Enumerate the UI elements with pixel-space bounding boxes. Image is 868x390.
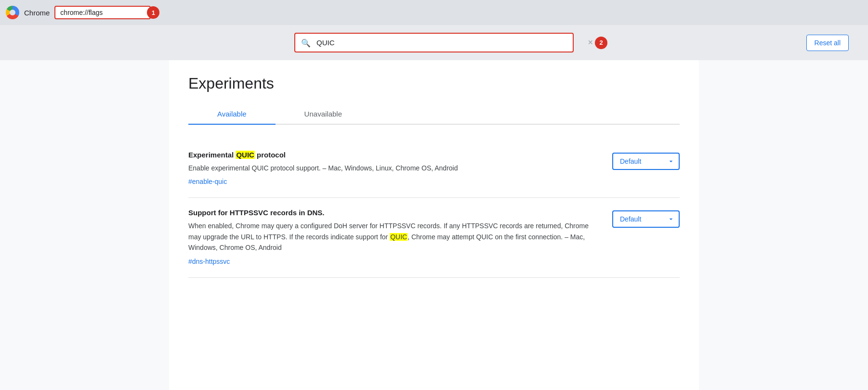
experiment-info-enable-quic: Experimental QUIC protocol Enable experi… bbox=[188, 150, 593, 186]
page-title: Experiments bbox=[188, 75, 680, 92]
browser-tab-bar: Chrome 1 bbox=[0, 0, 868, 25]
search-area: 🔍 × 2 Reset all bbox=[0, 25, 868, 60]
experiment-dropdown-enable-quic[interactable]: Default Enabled Disabled bbox=[612, 153, 680, 170]
desc-highlight: QUIC bbox=[390, 233, 408, 241]
experiment-item-dns-httpssvc: Support for HTTPSSVC records in DNS. Whe… bbox=[188, 198, 680, 277]
address-bar-wrapper: 1 bbox=[54, 6, 151, 19]
address-bar-input[interactable] bbox=[54, 6, 151, 19]
experiment-link-enable-quic[interactable]: #enable-quic bbox=[188, 178, 227, 185]
chrome-logo-icon bbox=[6, 6, 19, 19]
experiment-link-dns-httpssvc[interactable]: #dns-httpssvc bbox=[188, 258, 230, 265]
search-bar-wrapper: 🔍 × 2 bbox=[294, 33, 574, 52]
search-icon: 🔍 bbox=[301, 38, 311, 47]
reset-all-button[interactable]: Reset all bbox=[806, 35, 849, 51]
experiment-title-enable-quic: Experimental QUIC protocol bbox=[188, 150, 593, 160]
step1-badge: 1 bbox=[147, 6, 159, 19]
experiment-desc-enable-quic: Enable experimental QUIC protocol suppor… bbox=[188, 163, 593, 173]
step2-badge: 2 bbox=[595, 37, 607, 49]
page-content: 🔍 × 2 Reset all Experiments Available Un… bbox=[0, 25, 868, 390]
browser-name-label: Chrome bbox=[24, 9, 50, 17]
clear-search-button[interactable]: × bbox=[588, 38, 593, 48]
experiment-item-enable-quic: Experimental QUIC protocol Enable experi… bbox=[188, 140, 680, 198]
tabs-container: Available Unavailable bbox=[188, 104, 680, 125]
experiment-info-dns-httpssvc: Support for HTTPSSVC records in DNS. Whe… bbox=[188, 208, 593, 265]
tab-available[interactable]: Available bbox=[188, 104, 276, 124]
title-after-highlight: protocol bbox=[255, 151, 286, 159]
tab-unavailable[interactable]: Unavailable bbox=[276, 104, 371, 124]
experiment-dropdown-dns-httpssvc[interactable]: Default Enabled Disabled bbox=[612, 210, 680, 228]
main-content: Experiments Available Unavailable Experi… bbox=[169, 60, 699, 390]
experiment-title-dns-httpssvc: Support for HTTPSSVC records in DNS. bbox=[188, 208, 593, 218]
title-before-highlight: Experimental bbox=[188, 151, 236, 159]
experiment-desc-dns-httpssvc: When enabled, Chrome may query a configu… bbox=[188, 221, 593, 253]
title-highlight: QUIC bbox=[236, 151, 255, 159]
flags-search-input[interactable] bbox=[294, 33, 574, 52]
